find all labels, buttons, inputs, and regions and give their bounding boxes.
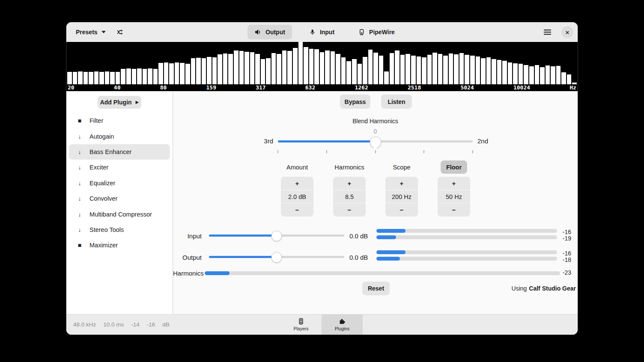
increment-button[interactable]: + [333,177,366,190]
spectrum-bar [358,64,362,84]
tab-players[interactable]: Players [280,315,322,335]
tick-mark [326,150,327,153]
spectrum-bar [137,68,142,84]
spectrum-bar [567,74,572,84]
spectrum-bar [486,57,491,84]
spectrum-bar [336,54,340,84]
frequency-axis-label: 5024 [460,84,474,91]
spectrum-bar [390,53,394,84]
spinner-value[interactable]: 2.0 dB [281,190,313,203]
spectrum-bar [153,69,158,84]
spinner-label-harmonics: Harmonics [329,160,370,174]
presets-menu-button[interactable]: Presets [72,26,109,39]
spectrum-bar [287,51,292,84]
spectrum-bar [438,54,443,84]
harmonics-level-meter [205,271,560,275]
hamburger-icon [544,29,551,35]
sidebar-item-autogain[interactable]: ↓Autogain [69,128,170,144]
spinner-value[interactable]: 50 Hz [438,190,470,203]
bypass-button[interactable]: Bypass [340,95,370,109]
decrement-button[interactable]: − [385,203,418,217]
spectrum-bar [89,72,93,84]
sidebar-item-multiband-compressor[interactable]: ↓Multiband Compressor [69,206,170,222]
slider-handle[interactable] [370,136,381,148]
spectrum-bar [465,55,469,84]
menu-button[interactable] [541,26,554,39]
stat-value: -16 [147,321,155,328]
spectrum-bar [148,68,152,84]
close-button[interactable]: × [561,26,573,38]
input-gain-slider[interactable] [209,231,344,241]
stat-value: 10.0 ms [103,321,124,328]
spectrum-bar [126,68,131,84]
pipewire-toggle[interactable]: PipeWire [352,25,402,39]
spectrum-bar [255,54,260,84]
blend-harmonics-value: 0 [173,128,578,135]
arrow-down-icon: ↓ [76,195,83,202]
spectrum-bar [363,57,367,84]
spectrum-bar [83,72,88,84]
output-gain-slider[interactable] [209,252,344,262]
blend-left-label: 3rd [246,137,273,145]
decrement-button[interactable]: − [438,203,470,217]
arrow-down-icon: ↓ [76,164,83,171]
sidebar-item-maximizer[interactable]: ■Maximizer [69,237,170,253]
reset-label: Reset [368,285,384,292]
frequency-axis-label: 2518 [408,84,421,91]
meter-fill [376,257,400,261]
sidebar-item-label: Convolver [89,195,117,202]
spinner-box: +8.5− [333,177,366,217]
input-toggle-label: Input [320,29,334,36]
meter-value: -18 [558,256,571,263]
spectrum-bar [175,62,179,84]
spinner-value[interactable]: 8.5 [333,190,366,203]
increment-button[interactable]: + [281,177,313,190]
spinner-label-amount: Amount [281,160,313,174]
output-toggle[interactable]: Output [247,25,292,39]
output-level-meter [376,250,557,254]
speaker-icon [254,29,261,36]
increment-button[interactable]: + [385,177,418,190]
decrement-button[interactable]: − [333,203,366,217]
frequency-axis: 20408015931763212622518502410024Hz [66,84,578,91]
spectrum-bar [524,65,528,84]
listen-button[interactable]: Listen [381,95,412,109]
media-player-icon [298,318,304,325]
input-toggle[interactable]: Input [302,25,341,39]
shuffle-button[interactable] [113,26,126,39]
slider-handle[interactable] [271,231,282,241]
sidebar-item-stereo-tools[interactable]: ↓Stereo Tools [69,222,170,237]
spinner-scope: Scope+200 Hz− [385,160,418,217]
tab-plugins[interactable]: Plugins [322,315,363,335]
presets-label: Presets [76,29,98,36]
spectrum-bar [116,72,120,84]
add-plugin-button[interactable]: Add Plugin ▶ [98,96,141,109]
sidebar-item-exciter[interactable]: ↓Exciter [69,160,170,175]
spectrum-bar [422,57,426,84]
reset-button[interactable]: Reset [362,282,390,295]
spinner-value[interactable]: 200 Hz [385,190,418,203]
sidebar-item-equalizer[interactable]: ↓Equalizer [69,175,170,191]
sidebar-item-label: Stereo Tools [89,226,124,233]
spectrum-bar [105,71,110,84]
increment-button[interactable]: + [438,177,470,190]
slider-fill [209,256,277,258]
using-label: Using [512,285,527,292]
sidebar-item-filter[interactable]: ■Filter [69,113,170,128]
spectrum-bar [432,53,437,84]
spectrum-bar [561,72,566,84]
spinner-harmonics: Harmonics+8.5− [333,160,366,217]
blend-harmonics-slider[interactable] [278,136,473,151]
spinner-label-floor[interactable]: Floor [441,160,467,174]
header-right-controls: × [537,22,573,42]
sidebar-item-bass-enhancer[interactable]: ↓Bass Enhancer [69,144,170,160]
tick-mark [277,150,278,153]
arrow-right-icon: ▶ [136,100,139,104]
decrement-button[interactable]: − [281,203,313,217]
input-level-meter [376,235,557,239]
spectrum-bar [513,63,518,85]
blend-right-label: 2nd [477,137,505,145]
spectrum-bar [373,53,378,84]
sidebar-item-convolver[interactable]: ↓Convolver [69,191,170,206]
slider-handle[interactable] [271,252,282,263]
